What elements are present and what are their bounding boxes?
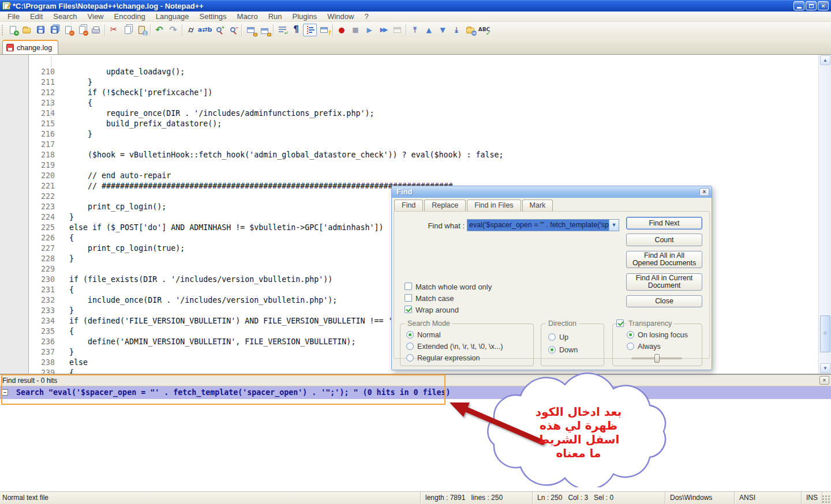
print-icon[interactable] — [89, 24, 103, 36]
match-case-label: Match case — [415, 294, 454, 303]
minimize-button[interactable] — [793, 1, 804, 10]
vertical-scrollbar[interactable]: ▲ ▼ — [818, 55, 831, 374]
match-whole-word-checkbox[interactable] — [405, 283, 412, 290]
zoom-out-icon[interactable]: − — [226, 24, 239, 36]
sync-vertical-scroll-icon[interactable] — [244, 24, 257, 36]
save-all-icon[interactable] — [47, 24, 61, 36]
transparency-checkbox[interactable] — [616, 319, 624, 327]
status-insert-mode[interactable]: INS — [801, 492, 822, 504]
style-configurator-icon[interactable] — [317, 24, 331, 36]
line-text: } — [66, 78, 92, 86]
save-icon[interactable] — [33, 24, 47, 36]
scrollbar-thumb[interactable] — [820, 315, 830, 352]
open-file-icon[interactable] — [20, 24, 33, 36]
macro-run-multiple-icon[interactable]: ▶▶ — [376, 24, 390, 36]
menu-item[interactable]: Settings — [194, 12, 232, 22]
indent-guide-icon[interactable] — [303, 24, 317, 36]
tab-changelog[interactable]: change.log — [2, 40, 58, 54]
count-button[interactable]: Count — [626, 234, 702, 246]
search-mode-extended-radio[interactable] — [406, 343, 414, 350]
menu-item[interactable]: Plugins — [287, 12, 323, 22]
restore-button[interactable] — [806, 1, 817, 10]
find-all-opened-button[interactable]: Find All in All Opened Documents — [626, 251, 702, 268]
toolbar-grip-icon — [1, 24, 3, 36]
line-text — [66, 265, 69, 273]
direction-up-label: Up — [559, 333, 568, 341]
macro-play-icon[interactable]: ▶ — [362, 24, 376, 36]
menu-item[interactable]: ? — [359, 12, 373, 22]
menu-item[interactable]: Edit — [25, 12, 48, 22]
find-what-combobox[interactable]: eval('$spacer_open = "' . fetch_template… — [467, 219, 619, 231]
find-all-current-button[interactable]: Find All in Current Document — [626, 273, 702, 291]
transparency-always-radio[interactable] — [627, 343, 634, 350]
jump-next-icon[interactable]: ▼ — [436, 24, 450, 36]
zoom-in-icon[interactable]: + — [212, 24, 226, 36]
line-text: } — [66, 130, 92, 138]
direction-up-radio[interactable] — [548, 333, 556, 341]
redo-icon[interactable]: ↷ — [166, 24, 180, 36]
line-number: 238 — [37, 358, 66, 368]
line-text: else if ($_POST['do'] AND ADMINHASH != $… — [66, 223, 383, 232]
tab-label: change.log — [17, 44, 52, 52]
cut-icon[interactable]: ✂ — [107, 24, 121, 36]
paste-icon[interactable]: ▯ — [134, 24, 148, 36]
close-all-files-icon[interactable]: − — [75, 24, 89, 36]
annotation-highlight-box — [1, 374, 446, 405]
search-mode-normal-radio[interactable] — [406, 331, 414, 338]
find-icon[interactable]: ⌭ — [184, 24, 198, 36]
spell-check-icon[interactable]: ABC✓ — [477, 24, 491, 36]
line-number: 235 — [37, 326, 66, 337]
new-file-icon[interactable]: + — [6, 24, 20, 36]
line-text: if (defined('FILE_VERSION_VBULLETIN') AN… — [66, 317, 402, 325]
word-wrap-icon[interactable]: ↵ — [275, 24, 289, 36]
menu-item[interactable]: Macro — [232, 12, 263, 22]
undo-icon[interactable]: ↶ — [152, 24, 166, 36]
menu-item[interactable]: Encoding — [109, 12, 151, 22]
resize-grip-icon[interactable] — [822, 495, 830, 503]
scroll-up-icon[interactable]: ▲ — [820, 55, 830, 65]
status-encoding[interactable]: ANSI — [734, 492, 801, 504]
replace-icon[interactable]: a⇄b — [198, 24, 212, 36]
find-result-close-icon[interactable]: × — [819, 376, 829, 385]
chevron-down-icon[interactable]: ▼ — [609, 220, 619, 231]
find-dialog-titlebar[interactable]: Find — [392, 186, 712, 198]
find-dialog-tab[interactable]: Find — [394, 200, 423, 211]
macro-record-icon[interactable]: ● — [335, 24, 349, 36]
direction-down-radio[interactable] — [548, 346, 556, 353]
menu-item[interactable]: Language — [151, 12, 194, 22]
find-what-label: Find what : — [396, 221, 465, 230]
search-mode-regex-radio[interactable] — [406, 354, 414, 362]
menu-item[interactable]: Run — [263, 12, 287, 22]
jump-last-icon[interactable]: ⤓ — [450, 24, 463, 36]
find-next-button[interactable]: Find Next — [626, 217, 702, 230]
show-all-characters-icon[interactable]: ¶ — [289, 24, 303, 36]
match-case-checkbox[interactable] — [405, 294, 412, 302]
find-dialog-tab[interactable]: Mark — [522, 200, 553, 211]
close-file-icon[interactable]: − — [61, 24, 75, 36]
find-dialog-tab[interactable]: Find in Files — [467, 200, 521, 211]
find-dialog-tab[interactable]: Replace — [424, 200, 466, 211]
jump-first-icon[interactable]: ⤒ — [408, 24, 422, 36]
close-document-x-icon[interactable]: X — [822, 0, 828, 10]
unsaved-floppy-icon — [6, 44, 14, 51]
line-text: print_cp_login(); — [66, 202, 166, 211]
close-dialog-button[interactable]: Close — [626, 295, 702, 307]
macro-stop-icon[interactable]: ■ — [349, 24, 362, 36]
sync-horizontal-scroll-icon[interactable] — [257, 24, 271, 36]
line-text: print_cp_login(true); — [66, 244, 185, 253]
transparency-slider-thumb[interactable] — [654, 354, 660, 363]
menu-item[interactable]: View — [83, 12, 109, 22]
find-what-value[interactable]: eval('$spacer_open = "' . fetch_template… — [467, 220, 609, 231]
macro-save-icon[interactable] — [390, 24, 404, 36]
wrap-around-checkbox[interactable] — [405, 306, 412, 313]
menu-item[interactable]: File — [2, 12, 25, 22]
open-folder-docs-icon[interactable]: ∞ — [463, 24, 477, 36]
jump-prev-icon[interactable]: ▲ — [422, 24, 436, 36]
menu-item[interactable]: Window — [322, 12, 359, 22]
scroll-down-icon[interactable]: ▼ — [820, 363, 830, 373]
status-eol-format[interactable]: Dos\Windows — [665, 492, 734, 504]
find-dialog-close-icon[interactable]: × — [699, 188, 709, 196]
copy-icon[interactable] — [121, 24, 134, 36]
transparency-onlosingfocus-radio[interactable] — [627, 331, 634, 338]
menu-item[interactable]: Search — [48, 12, 82, 22]
